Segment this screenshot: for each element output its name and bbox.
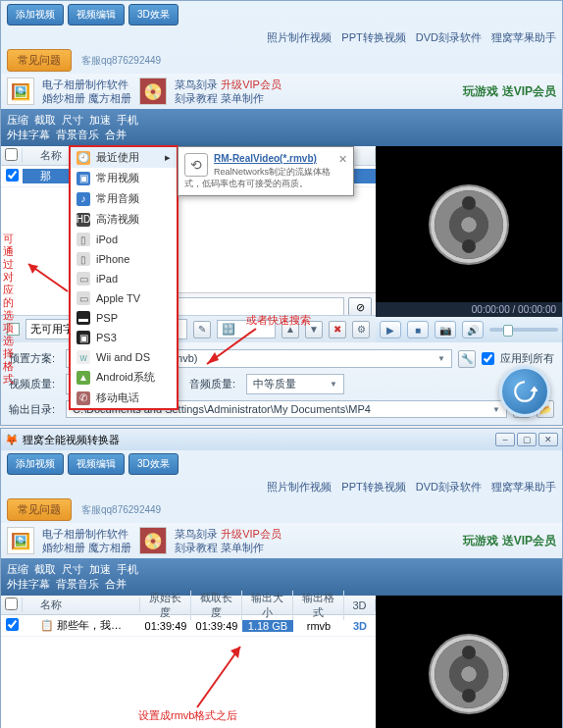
col-3d[interactable]: 3D xyxy=(344,599,376,611)
snapshot-button[interactable]: 📷 xyxy=(435,321,456,338)
promo-banner-2: 🖼️ 电子相册制作软件婚纱相册 魔方相册 📀 菜鸟刻录 升级VIP会员刻录教程 … xyxy=(1,523,562,558)
qq-contact: 客服qq876292449 xyxy=(81,503,161,517)
menu-psp[interactable]: ▬PSP xyxy=(71,308,177,328)
col-orig-len[interactable]: 原始长度 xyxy=(140,591,191,620)
menu-android[interactable]: ▲Android系统 xyxy=(71,367,177,388)
banner-album-text: 电子相册制作软件婚纱相册 魔方相册 xyxy=(42,78,131,105)
row-checkbox[interactable] xyxy=(6,169,19,182)
menu-mobile[interactable]: ✆移动电话 xyxy=(71,388,177,408)
stop-button[interactable]: ■ xyxy=(407,321,429,338)
play-games-link[interactable]: 玩游戏 送VIP会员 xyxy=(463,83,556,100)
appletv-icon: ▭ xyxy=(77,291,90,305)
menu-hd-video[interactable]: HD高清视频 xyxy=(71,209,177,230)
iphone-icon: ▯ xyxy=(77,252,90,266)
subtitle-bar: 无可用字幕▼ ✎ 🔡 ▲ ▼ ✖ ⚙ xyxy=(1,315,376,342)
wii-icon: w xyxy=(77,350,90,364)
add-video-button[interactable]: 添加视频 xyxy=(7,453,64,475)
file-list-pane: 名称 那 可通过对应的选项选择格式 🕘 最近使用 ▸ ▣常用视频 ♪常用音频 H… xyxy=(1,146,376,342)
top-toolbar: 添加视频 视频编辑 3D效果 xyxy=(1,1,562,28)
preset-settings-icon[interactable]: 🔧 xyxy=(458,350,476,368)
minimize-button[interactable]: – xyxy=(495,433,515,446)
faq-button[interactable]: 常见问题 xyxy=(7,49,72,72)
submenu-title[interactable]: RM-RealVideo(*.rmvb) xyxy=(184,153,347,164)
preview-pane: 00:00:00 / 00:00:00 ▶ ■ 📷 🔊 xyxy=(376,146,562,342)
add-video-button[interactable]: 添加视频 xyxy=(7,4,64,26)
phone-icon: ✆ xyxy=(77,391,90,405)
menu-appletv[interactable]: ▭Apple TV xyxy=(71,288,177,308)
audio-icon: ♪ xyxy=(77,192,90,206)
audio-quality-select[interactable]: 中等质量▼ xyxy=(246,374,344,394)
link-ppt-video[interactable]: PPT转换视频 xyxy=(341,30,405,45)
window-title: 狸窝全能视频转换器 xyxy=(23,433,120,447)
qq-contact: 客服qq876292449 xyxy=(81,54,161,68)
close-button[interactable]: ✕ xyxy=(538,433,558,446)
menu-common-audio[interactable]: ♪常用音频 xyxy=(71,188,177,209)
ps3-icon: ▣ xyxy=(77,331,90,344)
video-preview xyxy=(376,146,562,302)
menu-ps3[interactable]: ▣PS3 xyxy=(71,328,177,347)
volume-slider[interactable] xyxy=(489,328,558,332)
col-name[interactable]: 名称 xyxy=(23,598,140,612)
faq-button[interactable]: 常见问题 xyxy=(7,498,72,521)
submenu-description: RealNetworks制定的流媒体格式，低码率也有可接受的画质。 xyxy=(184,166,347,189)
col-out-size[interactable]: 输出大小 xyxy=(242,591,293,620)
3d-effect-button[interactable]: 3D效果 xyxy=(128,453,179,475)
play-games-link[interactable]: 玩游戏 送VIP会员 xyxy=(463,533,556,549)
link-apple-helper[interactable]: 狸窝苹果助手 xyxy=(491,30,556,45)
3d-effect-button[interactable]: 3D效果 xyxy=(128,4,179,26)
delete-icon[interactable]: ✖ xyxy=(329,321,346,338)
album-icon: 🖼️ xyxy=(7,78,34,105)
row-checkbox[interactable] xyxy=(6,618,19,631)
banner-burn-text: 菜鸟刻录 升级VIP会员 刻录教程 菜单制作 xyxy=(175,78,282,105)
burn-icon: 📀 xyxy=(139,527,167,554)
menu-wii[interactable]: wWii and DS xyxy=(71,347,177,367)
video-icon: ▣ xyxy=(77,172,90,185)
maximize-button[interactable]: ▢ xyxy=(517,433,537,446)
top-toolbar-2: 添加视频 视频编辑 3D效果 xyxy=(1,450,562,478)
film-reel-icon xyxy=(435,640,503,708)
psp-icon: ▬ xyxy=(77,311,90,325)
output-dir-label: 输出目录: xyxy=(9,402,60,417)
video-edit-button[interactable]: 视频编辑 xyxy=(68,4,125,26)
col-out-fmt[interactable]: 输出格式 xyxy=(293,591,344,620)
video-edit-button[interactable]: 视频编辑 xyxy=(68,453,125,475)
timecode: 00:00:00 / 00:00:00 xyxy=(376,302,562,317)
menu-recent[interactable]: 🕘 最近使用 ▸ xyxy=(71,147,177,168)
search-clear-button[interactable]: ⊘ xyxy=(348,297,372,317)
submenu-close-icon[interactable]: ✕ xyxy=(338,153,347,166)
menu-ipod[interactable]: ▯iPod xyxy=(71,230,177,249)
item-settings-icon[interactable]: ⚙ xyxy=(352,321,370,338)
annotation-vertical: 可通过对应的选项选择格式 xyxy=(3,233,17,386)
select-all-checkbox[interactable] xyxy=(5,148,18,161)
annotation-quick-search: 或者快速搜索 xyxy=(246,313,311,328)
3d-badge[interactable]: 3D xyxy=(344,620,376,632)
menu-iphone[interactable]: ▯iPhone xyxy=(71,249,177,269)
top-links: 照片制作视频 PPT转换视频 DVD刻录软件 狸窝苹果助手 xyxy=(1,28,562,47)
hd-icon: HD xyxy=(77,213,90,227)
video-preview xyxy=(376,596,562,728)
link-photo-video[interactable]: 照片制作视频 xyxy=(267,30,332,45)
play-button[interactable]: ▶ xyxy=(380,321,401,338)
start-convert-button[interactable] xyxy=(499,366,550,417)
album-icon: 🖼️ xyxy=(7,527,34,554)
menu-common-video[interactable]: ▣常用视频 xyxy=(71,168,177,188)
col-cut-len[interactable]: 截取长度 xyxy=(191,591,242,620)
annotation-after-set: 设置成rmvb格式之后 xyxy=(138,708,237,723)
window-titlebar: 🦊 狸窝全能视频转换器 – ▢ ✕ xyxy=(1,429,562,450)
file-list-pane-2: 名称 原始长度 截取长度 输出大小 输出格式 3D 📋 那些年，我… 01:39… xyxy=(1,596,376,728)
cell-output-size: 1.18 GB xyxy=(242,620,293,632)
select-all-checkbox[interactable] xyxy=(5,598,18,610)
format-dropdown[interactable]: 🕘 最近使用 ▸ ▣常用视频 ♪常用音频 HD高清视频 ▯iPod ▯iPhon… xyxy=(70,146,178,409)
preview-pane-2: 00:00:00 / 00:00:00 ▶ ■ 📷 🔊 xyxy=(376,596,562,728)
realvideo-icon: ⟲ xyxy=(184,153,208,177)
volume-button[interactable]: 🔊 xyxy=(462,321,484,338)
ipod-icon: ▯ xyxy=(77,233,90,246)
film-reel-icon xyxy=(435,190,503,259)
subtitle-edit-icon[interactable]: ✎ xyxy=(193,321,211,338)
ipad-icon: ▭ xyxy=(77,272,90,286)
menu-ipad[interactable]: ▭iPad xyxy=(71,269,177,288)
player-controls: ▶ ■ 📷 🔊 xyxy=(376,317,562,342)
edit-toolbar: 压缩截取尺寸加速手机 外挂字幕背景音乐合并 xyxy=(1,109,562,146)
link-dvd-burn[interactable]: DVD刻录软件 xyxy=(416,30,482,45)
apply-all-checkbox[interactable] xyxy=(482,352,494,365)
